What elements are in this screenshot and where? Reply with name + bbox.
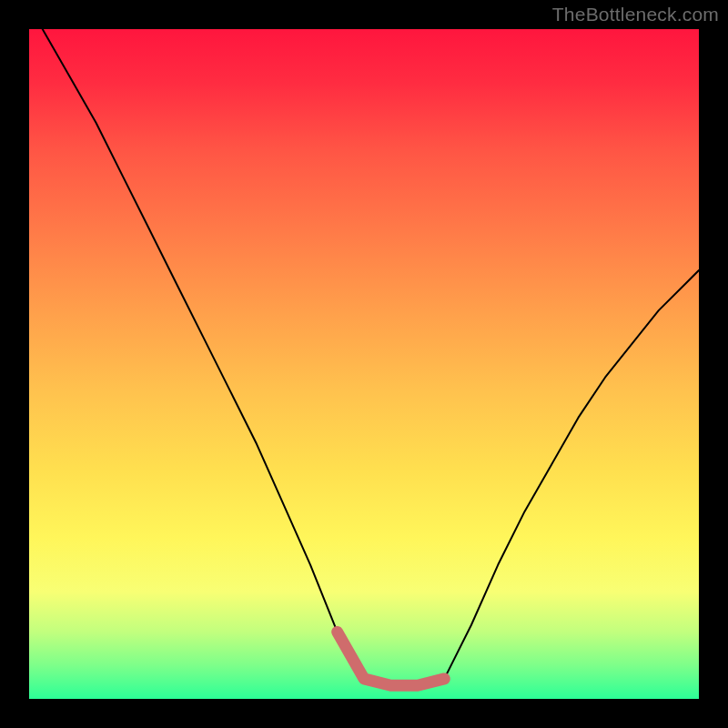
watermark-text: TheBottleneck.com — [552, 4, 719, 25]
chart-svg — [29, 29, 699, 699]
bottleneck-curve — [43, 29, 699, 685]
plot-area — [29, 29, 699, 699]
chart-frame: TheBottleneck.com — [0, 0, 728, 728]
highlight-trough — [338, 632, 445, 685]
